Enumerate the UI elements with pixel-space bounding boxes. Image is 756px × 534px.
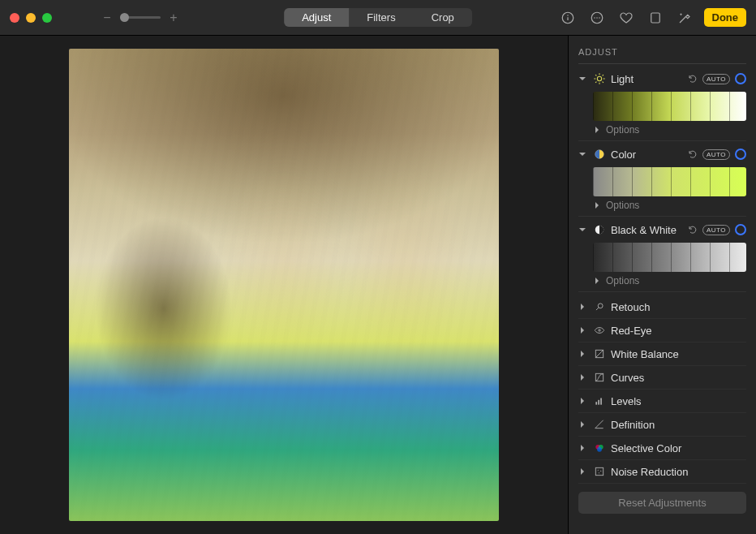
zoom-slider-thumb[interactable] (120, 13, 129, 22)
light-slider[interactable] (593, 92, 746, 121)
chevron-right-icon (578, 326, 588, 334)
group-light-label: Light (611, 73, 683, 85)
row-selective-color[interactable]: Selective Color (578, 437, 746, 460)
tab-adjust[interactable]: Adjust (284, 8, 349, 27)
options-label: Options (606, 275, 639, 286)
row-label: Definition (611, 419, 655, 431)
enable-toggle[interactable] (735, 149, 746, 160)
redeye-icon (593, 324, 606, 337)
row-label: Curves (611, 372, 644, 384)
svg-point-5 (596, 17, 598, 19)
chevron-right-icon (578, 303, 588, 311)
svg-rect-7 (651, 13, 659, 23)
row-label: Selective Color (611, 442, 681, 454)
svg-rect-17 (600, 398, 602, 405)
wb-icon (593, 347, 606, 360)
tab-crop[interactable]: Crop (414, 8, 472, 27)
chevron-right-icon (578, 350, 588, 358)
favorite-icon[interactable] (616, 8, 636, 28)
done-button[interactable]: Done (704, 8, 747, 27)
revert-icon[interactable] (688, 149, 698, 159)
more-icon[interactable] (587, 8, 607, 28)
group-color-label: Color (611, 149, 683, 161)
chevron-right-icon (593, 277, 603, 285)
zoom-in-button[interactable]: + (167, 11, 180, 25)
group-color: Color AUTO Options (578, 144, 746, 217)
zoom-control: − + (101, 11, 180, 25)
curves-icon (593, 371, 606, 384)
row-levels[interactable]: Levels (578, 390, 746, 413)
svg-point-12 (599, 329, 600, 331)
svg-point-2 (567, 15, 569, 16)
photo-preview (69, 49, 499, 521)
edit-mode-tabs: Adjust Filters Crop (284, 8, 472, 27)
bw-options-toggle[interactable]: Options (578, 273, 746, 292)
selective-color-icon (593, 441, 606, 454)
zoom-out-button[interactable]: − (101, 11, 114, 25)
enable-toggle[interactable] (735, 224, 746, 235)
group-bw-header[interactable]: Black & White AUTO (578, 220, 746, 239)
revert-icon[interactable] (688, 225, 698, 235)
svg-point-23 (600, 471, 601, 472)
group-bw-label: Black & White (611, 224, 683, 236)
svg-point-4 (594, 17, 595, 19)
titlebar: − + Adjust Filters Crop Done (0, 0, 756, 36)
photo-canvas[interactable] (0, 36, 568, 534)
row-label: White Balance (611, 348, 679, 360)
color-options-toggle[interactable]: Options (578, 198, 746, 217)
row-noise-reduction[interactable]: Noise Reduction (578, 460, 746, 484)
enable-toggle[interactable] (735, 73, 746, 84)
window-controls (10, 13, 52, 23)
options-label: Options (606, 124, 639, 136)
svg-point-11 (598, 304, 603, 308)
fullscreen-window-button[interactable] (42, 13, 52, 23)
adjust-sidebar: ADJUST Light AUTO Options Color (568, 36, 756, 534)
row-label: Noise Reduction (611, 466, 688, 478)
svg-point-20 (597, 447, 602, 452)
group-color-header[interactable]: Color AUTO (578, 144, 746, 164)
auto-button[interactable]: AUTO (702, 225, 730, 235)
group-light-header[interactable]: Light AUTO (578, 69, 746, 88)
definition-icon (593, 418, 606, 431)
bw-icon (593, 223, 606, 236)
group-light: Light AUTO Options (578, 69, 746, 141)
chevron-right-icon (578, 397, 588, 405)
chevron-right-icon (578, 420, 588, 428)
row-curves[interactable]: Curves (578, 366, 746, 390)
chevron-right-icon (578, 467, 588, 476)
info-icon[interactable] (558, 8, 578, 28)
light-options-toggle[interactable]: Options (578, 123, 746, 141)
svg-point-24 (599, 472, 599, 473)
svg-rect-21 (595, 467, 603, 475)
row-retouch[interactable]: Retouch (578, 295, 746, 319)
chevron-right-icon (578, 444, 588, 452)
levels-icon (593, 394, 606, 407)
row-white-balance[interactable]: White Balance (578, 342, 746, 366)
auto-button[interactable]: AUTO (702, 149, 730, 160)
bw-slider[interactable] (593, 243, 746, 272)
close-window-button[interactable] (10, 13, 19, 23)
minimize-window-button[interactable] (26, 13, 36, 23)
chevron-down-icon (578, 226, 588, 234)
revert-icon[interactable] (688, 74, 698, 84)
chevron-down-icon (578, 150, 588, 158)
aspect-icon[interactable] (646, 8, 665, 28)
row-redeye[interactable]: Red-Eye (578, 319, 746, 342)
noise-icon (593, 465, 606, 478)
svg-point-22 (598, 470, 599, 471)
adjust-panel-title: ADJUST (578, 47, 746, 57)
svg-point-8 (597, 76, 601, 80)
toolbar-right: Done (558, 8, 747, 28)
chevron-right-icon (578, 373, 588, 381)
tab-filters[interactable]: Filters (349, 8, 413, 27)
zoom-slider[interactable] (120, 16, 161, 19)
color-icon (593, 148, 606, 161)
color-slider[interactable] (593, 167, 746, 196)
enhance-icon[interactable] (675, 8, 694, 28)
auto-button[interactable]: AUTO (702, 74, 730, 84)
row-definition[interactable]: Definition (578, 413, 746, 437)
row-label: Levels (611, 395, 642, 407)
chevron-down-icon (578, 75, 588, 83)
group-bw: Black & White AUTO Options (578, 220, 746, 292)
reset-adjustments-button[interactable]: Reset Adjustments (578, 492, 746, 514)
